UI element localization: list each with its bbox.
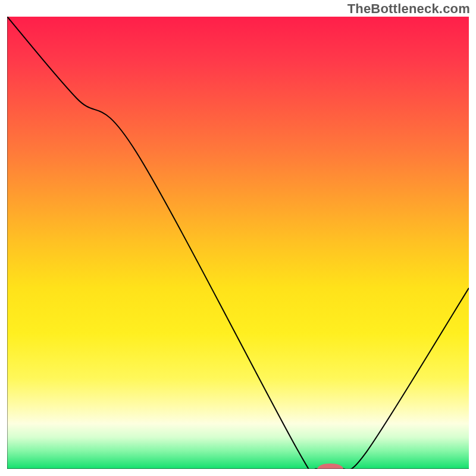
watermark-text: TheBottleneck.com xyxy=(347,1,470,17)
chart-container: TheBottleneck.com xyxy=(0,0,476,476)
bottleneck-chart xyxy=(7,17,469,469)
